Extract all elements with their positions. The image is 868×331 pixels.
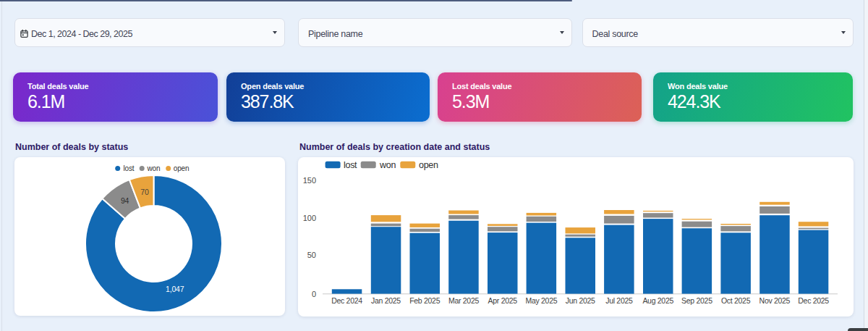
- svg-text:lost: lost: [124, 164, 135, 172]
- svg-text:Mar 2025: Mar 2025: [448, 296, 479, 305]
- svg-text:open: open: [419, 160, 438, 170]
- svg-text:Jan 2025: Jan 2025: [371, 296, 401, 305]
- svg-text:won: won: [379, 160, 396, 170]
- svg-text:Jun 2025: Jun 2025: [566, 296, 595, 305]
- svg-text:Dec 2024: Dec 2024: [331, 296, 362, 305]
- svg-text:0: 0: [312, 290, 316, 298]
- svg-text:Dec 2025: Dec 2025: [798, 296, 829, 305]
- svg-text:70: 70: [140, 188, 149, 196]
- svg-text:lost: lost: [344, 160, 357, 170]
- svg-text:May 2025: May 2025: [526, 296, 558, 305]
- svg-text:Sep 2025: Sep 2025: [681, 296, 712, 305]
- svg-text:100: 100: [303, 214, 316, 222]
- svg-text:Apr 2025: Apr 2025: [488, 296, 518, 305]
- svg-text:Jul 2025: Jul 2025: [605, 296, 633, 305]
- svg-text:50: 50: [307, 251, 316, 259]
- svg-text:94: 94: [121, 196, 129, 205]
- svg-text:150: 150: [303, 176, 316, 185]
- svg-text:Feb 2025: Feb 2025: [409, 296, 440, 305]
- svg-text:open: open: [174, 164, 189, 172]
- svg-text:Oct 2025: Oct 2025: [721, 296, 751, 305]
- svg-text:Aug 2025: Aug 2025: [642, 296, 673, 305]
- svg-text:won: won: [147, 164, 161, 172]
- svg-text:Nov 2025: Nov 2025: [760, 296, 791, 305]
- svg-text:1,047: 1,047: [166, 285, 184, 293]
